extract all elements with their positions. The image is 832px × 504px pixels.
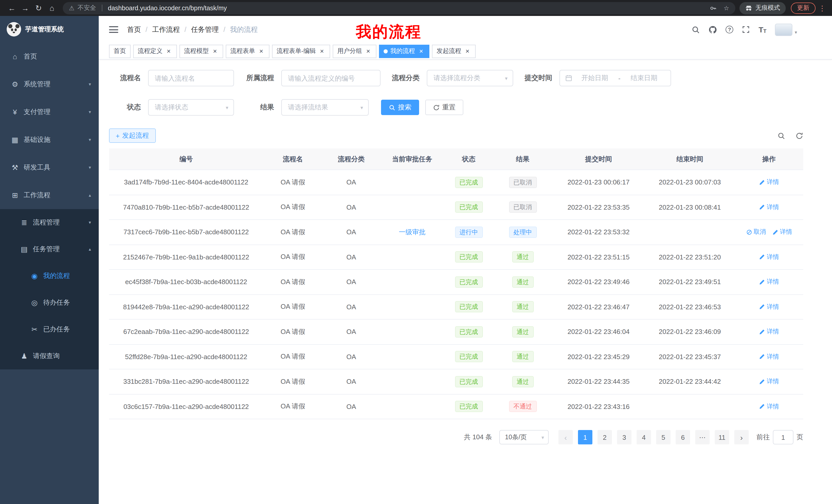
sidebar-item-todo-tasks[interactable]: ◎待办任务 <box>0 289 99 316</box>
goto-page-input[interactable] <box>773 430 794 444</box>
cell-submit-time: 2022-01-22 23:49:46 <box>552 278 645 286</box>
page-button-2[interactable]: 2 <box>598 430 612 444</box>
action-detail-link[interactable]: 详情 <box>772 228 792 236</box>
sidebar-item-workflow[interactable]: ⊞工作流程▴ <box>0 181 99 209</box>
page-button-1[interactable]: 1 <box>578 430 592 444</box>
tab-label: 流程表单-编辑 <box>277 47 316 55</box>
tab-close-icon[interactable]: × <box>464 48 471 55</box>
action-detail-link[interactable]: 详情 <box>759 377 779 386</box>
sidebar-item-my-process[interactable]: ◉我的流程 <box>0 262 99 289</box>
fullscreen-icon[interactable] <box>742 26 750 33</box>
browser-reload-button[interactable]: ↻ <box>32 1 45 15</box>
sidebar-item-devtools[interactable]: ⚒研发工具▾ <box>0 153 99 181</box>
sidebar-item-process-manage[interactable]: ≣流程管理▾ <box>0 209 99 236</box>
category-select[interactable]: 请选择流程分类 ▾ <box>427 70 513 86</box>
page-button-11[interactable]: 11 <box>715 430 729 444</box>
browser-forward-button[interactable]: → <box>19 1 32 15</box>
page-size-select[interactable]: 10条/页 ▾ <box>499 430 549 444</box>
tab-close-icon[interactable]: × <box>365 48 372 55</box>
breadcrumb-item[interactable]: 任务管理 <box>191 25 219 34</box>
action-detail-link[interactable]: 详情 <box>759 253 779 261</box>
browser-home-button[interactable]: ⌂ <box>45 1 59 15</box>
tab-my-process[interactable]: 我的流程× <box>379 45 430 58</box>
sidebar-item-home[interactable]: ⌂首页 <box>0 43 99 71</box>
breadcrumb-item[interactable]: 工作流程 <box>152 25 180 34</box>
result-tag: 已取消 <box>509 202 537 213</box>
edit-icon <box>759 279 765 285</box>
tab-close-icon[interactable]: × <box>165 48 172 55</box>
owner-process-input[interactable] <box>281 70 381 86</box>
browser-menu-icon[interactable]: ⋮ <box>817 4 827 12</box>
tab-user-group[interactable]: 用户分组× <box>333 45 376 58</box>
incognito-label: 无痕模式 <box>755 4 780 12</box>
current-task-link[interactable]: 一级审批 <box>399 228 425 236</box>
update-button[interactable]: 更新 <box>791 2 815 13</box>
create-process-button[interactable]: + 发起流程 <box>109 129 156 143</box>
page-button-6[interactable]: 6 <box>676 430 690 444</box>
warning-icon: ⚠ <box>69 4 75 11</box>
app-frame: 芋道管理系统 ⌂首页⚙系统管理▾¥支付管理▾▦基础设施▾⚒研发工具▾⊞工作流程▴… <box>0 16 832 504</box>
action-detail-link[interactable]: 详情 <box>759 327 779 336</box>
tab-process-form-edit[interactable]: 流程表单-编辑× <box>272 45 330 58</box>
sidebar-item-system-manage[interactable]: ⚙系统管理▾ <box>0 71 99 98</box>
action-detail-link[interactable]: 详情 <box>759 352 779 361</box>
action-cancel-link[interactable]: 取消 <box>746 228 766 236</box>
app-logo[interactable]: 芋道管理系统 <box>0 16 99 43</box>
tab-label: 流程表单 <box>230 47 255 55</box>
hamburger-icon[interactable] <box>109 26 118 33</box>
github-icon[interactable] <box>709 25 717 34</box>
page-button-3[interactable]: 3 <box>617 430 631 444</box>
tab-start-process[interactable]: 发起流程× <box>432 45 476 58</box>
prev-page-button[interactable]: ‹ <box>558 430 573 444</box>
edit-icon <box>759 304 765 310</box>
cell-status: 已完成 <box>444 301 493 313</box>
browser-back-button[interactable]: ← <box>5 1 19 15</box>
help-icon[interactable]: ? <box>726 26 733 33</box>
toggle-search-icon[interactable] <box>778 132 785 139</box>
chevron-up-icon: ▴ <box>89 247 91 252</box>
column-header: 状态 <box>444 155 493 164</box>
page-button-4[interactable]: 4 <box>636 430 651 444</box>
tab-home[interactable]: 首页 <box>109 45 131 58</box>
key-icon[interactable] <box>710 4 717 11</box>
tab-close-icon[interactable]: × <box>258 48 265 55</box>
tab-process-form[interactable]: 流程表单× <box>226 45 269 58</box>
font-size-icon[interactable]: TT <box>758 25 766 34</box>
submit-time-range[interactable]: 开始日期 - 结束日期 <box>560 70 671 86</box>
sidebar-item-label: 已办任务 <box>43 325 70 334</box>
next-page-button[interactable]: › <box>734 430 749 444</box>
status-select[interactable]: 请选择状态 ▾ <box>148 99 234 116</box>
search-icon[interactable] <box>692 25 700 34</box>
action-detail-link[interactable]: 详情 <box>759 402 779 411</box>
sidebar-item-payment-manage[interactable]: ¥支付管理▾ <box>0 98 99 126</box>
page-more-button[interactable]: ⋯ <box>695 430 710 444</box>
action-detail-link[interactable]: 详情 <box>759 178 779 187</box>
action-detail-link[interactable]: 详情 <box>759 277 779 286</box>
cell-status: 已完成 <box>444 276 493 288</box>
cell-status: 已完成 <box>444 177 493 188</box>
result-select[interactable]: 请选择流结果 ▾ <box>281 99 369 116</box>
search-button[interactable]: 搜索 <box>381 100 419 115</box>
chevron-down-icon: ▾ <box>542 435 544 440</box>
page-button-5[interactable]: 5 <box>656 430 671 444</box>
tab-process-definition[interactable]: 流程定义× <box>133 45 177 58</box>
tab-process-model[interactable]: 流程模型× <box>179 45 223 58</box>
tab-close-icon[interactable]: × <box>211 48 218 55</box>
action-detail-link[interactable]: 详情 <box>759 302 779 311</box>
bookmark-star-icon[interactable]: ☆ <box>724 4 729 11</box>
sidebar-item-done-tasks[interactable]: ✂已办任务 <box>0 316 99 343</box>
tab-close-icon[interactable]: × <box>318 48 326 55</box>
refresh-table-icon[interactable] <box>796 132 803 139</box>
action-detail-link[interactable]: 详情 <box>759 203 779 212</box>
sidebar-item-task-manage[interactable]: ▤任务管理▴ <box>0 236 99 262</box>
process-name-input[interactable] <box>148 70 234 86</box>
sidebar-item-infrastructure[interactable]: ▦基础设施▾ <box>0 126 99 153</box>
address-bar[interactable]: ⚠ 不安全 dashboard.yudao.iocoder.cn/bpm/tas… <box>63 2 735 14</box>
user-menu[interactable]: ▾ <box>775 23 797 36</box>
sidebar-item-leave-query[interactable]: ♟请假查询 <box>0 343 99 369</box>
cell-result: 不通过 <box>493 401 552 412</box>
sidebar-item-label: 系统管理 <box>24 80 50 89</box>
reset-button[interactable]: 重置 <box>425 100 463 115</box>
breadcrumb-item[interactable]: 首页 <box>127 25 141 34</box>
tab-close-icon[interactable]: × <box>418 48 425 55</box>
